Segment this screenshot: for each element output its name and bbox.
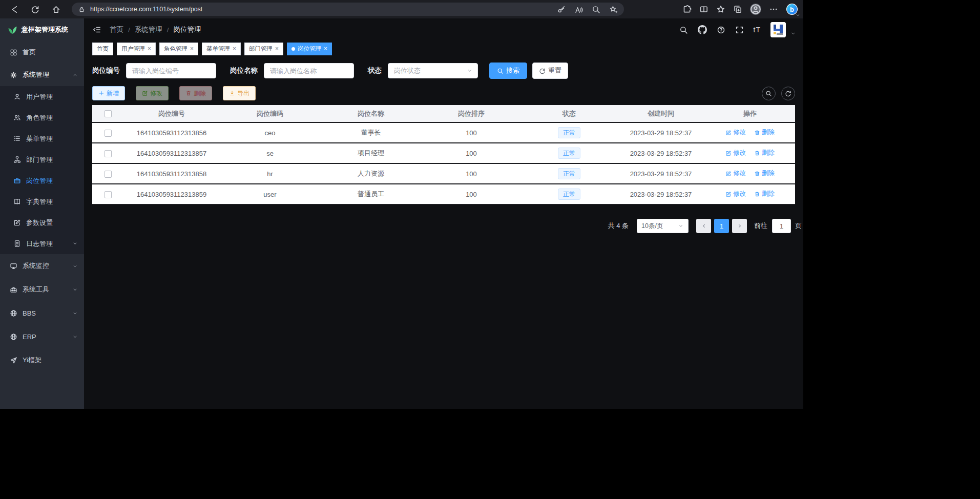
row-checkbox[interactable] bbox=[105, 191, 112, 198]
sidebar-item-menu-management[interactable]: 菜单管理 bbox=[0, 128, 84, 149]
next-page-button[interactable] bbox=[732, 219, 747, 233]
filter-form: 岗位编号 岗位名称 状态 岗位状态 搜索 bbox=[92, 63, 795, 79]
delete-button[interactable]: 删除 bbox=[179, 86, 212, 100]
search-button-label: 搜索 bbox=[506, 66, 519, 75]
tab-home[interactable]: 首页 bbox=[92, 43, 113, 55]
row-edit-link[interactable]: 修改 bbox=[725, 128, 746, 137]
search-button[interactable]: 搜索 bbox=[489, 63, 527, 79]
help-icon[interactable] bbox=[717, 26, 725, 34]
search-icon bbox=[497, 68, 504, 74]
row-checkbox[interactable] bbox=[105, 130, 112, 137]
collections-icon[interactable] bbox=[733, 5, 742, 14]
site-info-icon[interactable] bbox=[78, 6, 86, 13]
breadcrumb-separator: / bbox=[128, 26, 130, 34]
sidebar-item-yi-framework[interactable]: Yi框架 bbox=[0, 348, 84, 372]
read-aloud-icon[interactable] bbox=[574, 5, 583, 14]
sidebar-item-system-management[interactable]: 系统管理 bbox=[0, 64, 84, 86]
sidebar-item-bbs[interactable]: BBS bbox=[0, 301, 84, 325]
home-button[interactable] bbox=[48, 2, 64, 17]
sidebar-item-erp[interactable]: ERP bbox=[0, 325, 84, 348]
sidebar-item-log-management[interactable]: 日志管理 bbox=[0, 233, 84, 254]
sidebar-item-parameter-settings[interactable]: 参数设置 bbox=[0, 212, 84, 233]
split-screen-icon[interactable] bbox=[699, 5, 708, 14]
row-delete-link[interactable]: 删除 bbox=[754, 169, 775, 178]
favorites-icon[interactable] bbox=[716, 5, 725, 14]
row-checkbox[interactable] bbox=[105, 171, 112, 178]
refresh-button[interactable] bbox=[27, 2, 43, 17]
sidebar-item-department-management[interactable]: 部门管理 bbox=[0, 149, 84, 170]
url-text[interactable]: https://ccnetcore.com:1101/system/post bbox=[90, 6, 202, 13]
status-badge: 正常 bbox=[558, 148, 580, 159]
status-badge: 正常 bbox=[558, 127, 580, 138]
sidebar-item-label: 首页 bbox=[23, 48, 36, 57]
refresh-table-button[interactable] bbox=[781, 87, 795, 100]
toggle-search-button[interactable] bbox=[762, 87, 776, 100]
page-number-1[interactable]: 1 bbox=[714, 219, 729, 233]
row-edit-link[interactable]: 修改 bbox=[725, 169, 746, 178]
row-delete-link[interactable]: 删除 bbox=[754, 128, 775, 137]
browser-toolbar: https://ccnetcore.com:1101/system/post bbox=[0, 0, 803, 18]
goto-page-input[interactable] bbox=[772, 219, 791, 233]
edit-button[interactable]: 修改 bbox=[136, 86, 169, 100]
zoom-icon[interactable] bbox=[592, 5, 600, 14]
app-logo[interactable]: 意框架管理系统 bbox=[0, 18, 84, 41]
sidebar-item-system-tools[interactable]: 系统工具 bbox=[0, 278, 84, 301]
sidebar-item-role-management[interactable]: 角色管理 bbox=[0, 107, 84, 128]
total-count: 共 4 条 bbox=[608, 221, 629, 231]
chevron-down-icon bbox=[72, 241, 78, 246]
prev-page-button[interactable] bbox=[696, 219, 711, 233]
status-select-placeholder: 岗位状态 bbox=[394, 66, 421, 75]
close-icon[interactable]: × bbox=[275, 46, 279, 52]
close-icon[interactable]: × bbox=[233, 46, 236, 52]
password-key-icon[interactable] bbox=[557, 5, 566, 14]
post-code-input[interactable] bbox=[126, 63, 216, 78]
tab-post-management[interactable]: 岗位管理 × bbox=[287, 43, 332, 55]
font-size-icon[interactable]: tT bbox=[754, 26, 761, 34]
row-delete-link[interactable]: 删除 bbox=[754, 190, 775, 198]
back-button[interactable] bbox=[6, 2, 22, 17]
row-checkbox[interactable] bbox=[105, 150, 112, 157]
user-dropdown-caret-icon[interactable] bbox=[790, 31, 796, 36]
users-icon bbox=[13, 114, 21, 121]
sidebar-item-user-management[interactable]: 用户管理 bbox=[0, 86, 84, 107]
sidebar-fold-icon[interactable] bbox=[92, 25, 101, 34]
add-button[interactable]: 新增 bbox=[92, 86, 125, 100]
favorite-star-add-icon[interactable] bbox=[609, 5, 618, 14]
col-header-post-code: 岗位编码 bbox=[219, 105, 321, 122]
fullscreen-icon[interactable] bbox=[735, 26, 744, 34]
github-icon[interactable] bbox=[698, 25, 707, 34]
reset-button[interactable]: 重置 bbox=[532, 63, 568, 79]
header-search-icon[interactable] bbox=[679, 26, 688, 34]
extensions-icon[interactable] bbox=[682, 5, 692, 14]
sidebar-item-post-management[interactable]: 岗位管理 bbox=[0, 170, 84, 191]
close-icon[interactable]: × bbox=[190, 46, 194, 52]
sidebar-item-system-monitoring[interactable]: 系统监控 bbox=[0, 254, 84, 278]
tab-user-management[interactable]: 用户管理 × bbox=[117, 43, 156, 55]
cell-post-code: user bbox=[219, 184, 321, 204]
browser-menu-icon[interactable] bbox=[769, 5, 778, 14]
post-name-input[interactable] bbox=[264, 63, 354, 78]
tab-menu-management[interactable]: 菜单管理 × bbox=[202, 43, 241, 55]
copilot-dropdown-caret-icon[interactable] bbox=[795, 12, 801, 18]
table-row: 1641030593112313857 se 项目经理 100 正常 2023-… bbox=[92, 143, 795, 163]
close-icon[interactable]: × bbox=[148, 46, 151, 52]
row-edit-link[interactable]: 修改 bbox=[725, 149, 746, 157]
download-icon bbox=[229, 90, 235, 96]
breadcrumb-system[interactable]: 系统管理 bbox=[135, 25, 162, 34]
cell-post-id: 1641030593112313856 bbox=[124, 122, 219, 143]
sidebar-item-home[interactable]: 首页 bbox=[0, 41, 84, 64]
address-bar[interactable]: https://ccnetcore.com:1101/system/post bbox=[72, 3, 624, 16]
user-avatar[interactable] bbox=[770, 22, 786, 37]
tab-department-management[interactable]: 部门管理 × bbox=[244, 43, 283, 55]
sidebar-item-dictionary-management[interactable]: 字典管理 bbox=[0, 191, 84, 212]
select-all-checkbox[interactable] bbox=[105, 110, 112, 117]
browser-profile-avatar[interactable] bbox=[750, 4, 761, 15]
close-icon[interactable]: × bbox=[324, 46, 327, 52]
row-edit-link[interactable]: 修改 bbox=[725, 190, 746, 198]
export-button[interactable]: 导出 bbox=[223, 86, 256, 100]
status-select[interactable]: 岗位状态 bbox=[388, 63, 478, 78]
page-size-select[interactable]: 10条/页 bbox=[637, 219, 689, 233]
tab-role-management[interactable]: 角色管理 × bbox=[159, 43, 198, 55]
breadcrumb-home[interactable]: 首页 bbox=[110, 25, 123, 34]
row-delete-link[interactable]: 删除 bbox=[754, 149, 775, 157]
